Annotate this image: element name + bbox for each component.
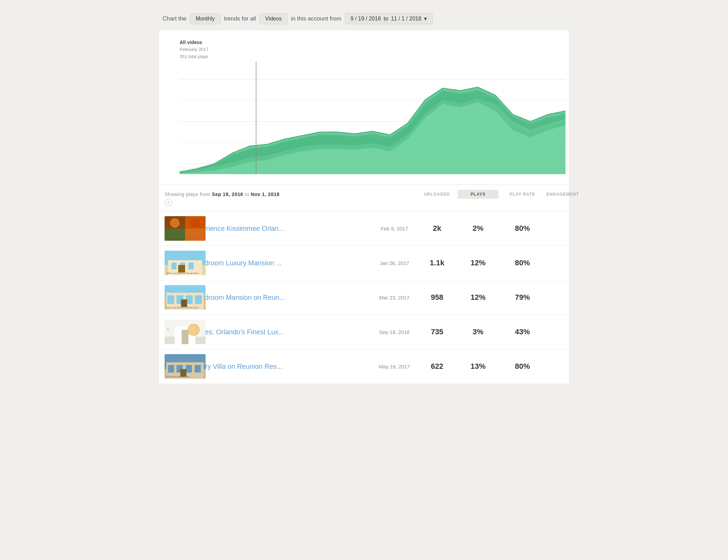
video-rows-container: Experience Kissimmee Orlan... Feb 9, 201…: [159, 211, 569, 384]
table-header: Showing plays from Sep 19, 2016 to Nov 1…: [159, 185, 569, 211]
video-date: Sep 19, 2016: [372, 329, 417, 335]
video-play-rate: 12%: [458, 258, 499, 267]
date-to-label: Nov 1, 2018: [251, 192, 279, 197]
chart-svg[interactable]: 800 600 400 200: [180, 62, 565, 181]
svg-rect-51: [195, 365, 201, 373]
svg-rect-48: [168, 365, 174, 373]
video-info: Luxury Villa on Reunion Res...: [185, 363, 372, 370]
video-thumbnail: W251- Luxury Mansion on Reunion Resort: [165, 285, 206, 310]
svg-text:W299- Villa on Reunion Resort: W299- Villa on Reunion Resort: [166, 376, 190, 378]
video-info: 9 Bedroom Luxury Mansion ...: [185, 259, 372, 267]
table-section: Showing plays from Sep 19, 2016 to Nov 1…: [159, 185, 569, 384]
table-row: Experience Kissimmee Orlan... Feb 9, 201…: [159, 211, 569, 246]
date-to-label: to: [384, 16, 388, 22]
chart-tooltip: All videos February 2017 351 total plays: [180, 37, 565, 62]
svg-rect-50: [186, 365, 192, 373]
svg-point-20: [170, 218, 180, 228]
video-plays: 735: [417, 327, 458, 336]
svg-point-43: [187, 324, 200, 336]
help-icon[interactable]: ?: [165, 199, 172, 206]
frequency-selector[interactable]: Monthly: [190, 13, 221, 24]
table-row: W251- Luxury Mansion on Reunion Resort 8…: [159, 280, 569, 315]
date-from: 9 / 19 / 2016: [351, 16, 381, 22]
video-play-rate: 13%: [458, 362, 499, 371]
svg-rect-37: [181, 299, 187, 307]
chart-container: All videos February 2017 351 total plays…: [159, 30, 569, 184]
video-play-rate: 2%: [458, 224, 499, 233]
table-row: W255- Luxury Mansion on Reunion Resort 9…: [159, 246, 569, 280]
svg-text:ε: ε: [167, 327, 169, 331]
date-to: 11 / 1 / 2018: [391, 16, 421, 22]
chart-prefix: Chart the: [163, 15, 186, 22]
video-title[interactable]: Luxury Villa on Reunion Res...: [191, 363, 367, 370]
col-header-engagement[interactable]: ENGAGEMENT: [546, 192, 563, 197]
svg-rect-33: [167, 295, 174, 304]
svg-text:W255- Luxury Mansion on Reunio: W255- Luxury Mansion on Reunion Resort: [166, 272, 199, 274]
showing-plays-text: Showing plays from Sep 19, 2016 to Nov 1…: [165, 192, 417, 197]
tooltip-subtitle: February 2017: [180, 46, 565, 53]
table-row: W299- Villa on Reunion Resort Luxury Vil…: [159, 349, 569, 384]
video-engagement: 80%: [499, 258, 546, 267]
video-thumbnail: W255- Luxury Mansion on Reunion Resort: [165, 251, 206, 275]
middle-text: trends for all: [224, 15, 256, 22]
video-thumbnail: ε: [165, 320, 206, 344]
content-selector[interactable]: Videos: [260, 13, 288, 24]
video-play-rate: 3%: [458, 327, 499, 336]
svg-rect-28: [178, 265, 185, 272]
video-date: Mar 23, 2017: [372, 295, 417, 300]
video-title[interactable]: Jeeves: Orlando's Finest Lux...: [191, 328, 367, 336]
svg-rect-42: [182, 330, 188, 344]
video-title[interactable]: 8 Bedroom Mansion on Reun...: [191, 294, 367, 302]
col-header-plays[interactable]: PLAYS: [458, 190, 499, 199]
col-header-play-rate[interactable]: PLAY RATE: [499, 192, 546, 197]
svg-rect-18: [165, 228, 185, 241]
date-range-selector[interactable]: 9 / 19 / 2016 to 11 / 1 / 2018 ▾: [345, 13, 433, 24]
svg-rect-27: [188, 263, 194, 269]
date-from-label: Sep 19, 2016: [212, 192, 243, 197]
video-engagement: 79%: [499, 293, 546, 302]
video-title[interactable]: 9 Bedroom Luxury Mansion ...: [191, 259, 367, 267]
video-engagement: 43%: [499, 327, 546, 336]
video-date: May 16, 2017: [372, 364, 417, 369]
video-title[interactable]: Experience Kissimmee Orlan...: [191, 225, 367, 233]
tooltip-value: 351 total plays: [180, 53, 565, 60]
video-play-rate: 12%: [458, 293, 499, 302]
svg-text:W251- Luxury Mansion on Reunio: W251- Luxury Mansion on Reunion Resort: [166, 307, 199, 309]
video-date: Jan 26, 2017: [372, 260, 417, 266]
video-info: Experience Kissimmee Orlan...: [185, 225, 372, 233]
svg-rect-36: [195, 295, 202, 304]
table-row: ε Jeeves: Orlando's Finest Lux... Sep 19…: [159, 315, 569, 349]
video-plays: 958: [417, 293, 458, 302]
video-plays: 2k: [417, 224, 458, 233]
svg-point-21: [191, 218, 200, 228]
svg-rect-19: [185, 228, 206, 241]
tooltip-title: All videos: [180, 39, 565, 46]
video-engagement: 80%: [499, 224, 546, 233]
chart-controls: Chart the Monthly trends for all Videos …: [159, 7, 569, 30]
svg-rect-25: [171, 263, 177, 269]
video-plays: 622: [417, 362, 458, 371]
col-header-uploaded: UPLOADED: [417, 192, 458, 197]
video-thumbnail: [165, 216, 206, 241]
video-engagement: 80%: [499, 362, 546, 371]
video-info: 8 Bedroom Mansion on Reun...: [185, 294, 372, 302]
video-info: Jeeves: Orlando's Finest Lux...: [185, 328, 372, 336]
video-thumbnail: W299- Villa on Reunion Resort: [165, 354, 206, 379]
main-container: Chart the Monthly trends for all Videos …: [159, 7, 569, 384]
suffix-text: in this account from: [291, 15, 341, 22]
video-plays: 1.1k: [417, 258, 458, 267]
video-date: Feb 9, 2017: [372, 226, 417, 232]
dropdown-chevron-icon: ▾: [424, 15, 427, 22]
